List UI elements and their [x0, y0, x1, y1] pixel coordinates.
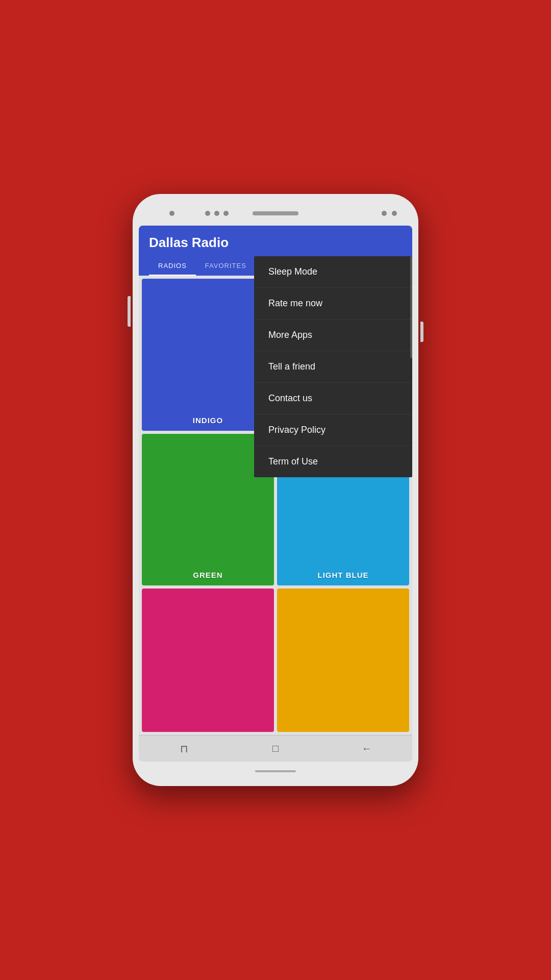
dot-1 [205, 211, 210, 216]
dropdown-item-privacy-policy[interactable]: Privacy Policy [254, 414, 412, 446]
bottom-nav: ⊓ □ ← [139, 735, 412, 762]
home-button[interactable]: □ [265, 739, 286, 759]
app-title: Dallas Radio [149, 235, 402, 251]
speaker [253, 211, 298, 215]
tile-green-label: GREEN [193, 571, 222, 579]
dropdown-item-term-of-use[interactable]: Term of Use [254, 446, 412, 477]
top-right-dots [382, 211, 397, 216]
dropdown-item-sleep-mode[interactable]: Sleep Mode [254, 256, 412, 288]
tile-pink[interactable] [142, 589, 274, 732]
dropdown-item-tell-a-friend[interactable]: Tell a friend [254, 351, 412, 383]
camera-dot [169, 211, 174, 216]
dropdown-item-more-apps[interactable]: More Apps [254, 320, 412, 351]
recent-apps-button[interactable]: ⊓ [174, 739, 194, 759]
home-indicator [255, 770, 296, 772]
back-button[interactable]: ← [357, 739, 377, 759]
tile-lightblue-label: LIGHT BLUE [318, 571, 369, 579]
dropdown-item-rate-me-now[interactable]: Rate me now [254, 288, 412, 320]
phone-body: Dallas Radio RADIOS FAVORITES INDIGO › G… [133, 194, 418, 786]
phone-screen: Dallas Radio RADIOS FAVORITES INDIGO › G… [139, 226, 412, 762]
recent-apps-icon: ⊓ [180, 743, 188, 755]
side-button-left [128, 296, 131, 327]
home-icon: □ [272, 743, 279, 754]
tab-radios[interactable]: RADIOS [149, 257, 196, 276]
tile-indigo-label: INDIGO [193, 416, 223, 425]
side-button-right [420, 322, 423, 342]
dot-2 [214, 211, 219, 216]
dot-3 [223, 211, 229, 216]
phone-bottom [139, 766, 412, 777]
top-dots [205, 211, 229, 216]
dropdown-menu: Sleep Mode Rate me now More Apps Tell a … [254, 256, 412, 477]
tab-favorites[interactable]: FAVORITES [196, 257, 256, 276]
right-dot-2 [392, 211, 397, 216]
scrollbar [410, 256, 412, 358]
tile-yellow[interactable] [277, 589, 409, 732]
dropdown-item-contact-us[interactable]: Contact us [254, 383, 412, 414]
back-icon: ← [362, 743, 372, 754]
phone-top-bar [139, 203, 412, 224]
right-dot-1 [382, 211, 387, 216]
